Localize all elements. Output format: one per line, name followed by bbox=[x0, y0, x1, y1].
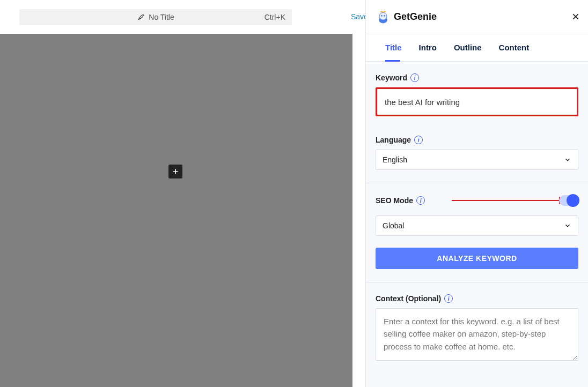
svg-point-3 bbox=[384, 15, 385, 17]
keyword-input-highlight bbox=[376, 87, 578, 116]
seo-mode-section: SEO Mode i Global ANALYZE KEYWORD bbox=[366, 183, 588, 282]
info-icon[interactable]: i bbox=[414, 136, 423, 144]
language-label: Language bbox=[376, 136, 411, 144]
getgenie-panel: GetGenie Title Intro Outline Content Key… bbox=[365, 0, 588, 387]
language-select[interactable]: English bbox=[376, 150, 578, 170]
panel-header: GetGenie bbox=[366, 0, 588, 34]
info-icon[interactable]: i bbox=[416, 196, 425, 205]
seo-mode-toggle[interactable] bbox=[559, 195, 578, 206]
seo-mode-row: SEO Mode i bbox=[376, 195, 578, 206]
seo-mode-label-row: SEO Mode i bbox=[376, 196, 425, 205]
context-label-row: Context (Optional) i bbox=[376, 294, 578, 303]
tab-title[interactable]: Title bbox=[385, 43, 402, 53]
language-selected: English bbox=[383, 155, 407, 164]
keyword-label-row: Keyword i bbox=[376, 73, 578, 82]
genie-logo-icon bbox=[376, 10, 391, 25]
keyboard-shortcut: Ctrl+K bbox=[264, 13, 285, 21]
region-selected: Global bbox=[383, 221, 404, 230]
context-label: Context (Optional) bbox=[376, 294, 441, 303]
title-placeholder: No Title bbox=[149, 13, 174, 21]
tab-content[interactable]: Content bbox=[499, 43, 530, 53]
language-label-row: Language i bbox=[376, 136, 578, 144]
brand-name: GetGenie bbox=[394, 11, 437, 23]
arrow-annotation bbox=[452, 200, 568, 201]
keyword-label: Keyword bbox=[376, 73, 407, 82]
analyze-keyword-button[interactable]: ANALYZE KEYWORD bbox=[376, 248, 578, 269]
chevron-down-icon bbox=[564, 222, 571, 229]
info-icon[interactable]: i bbox=[410, 73, 419, 82]
svg-point-2 bbox=[381, 15, 383, 17]
editor-canvas[interactable] bbox=[0, 34, 352, 387]
add-block-button[interactable] bbox=[168, 165, 182, 178]
keyword-language-section: Keyword i Language i English bbox=[366, 62, 588, 183]
tab-outline[interactable]: Outline bbox=[454, 43, 482, 53]
close-button[interactable] bbox=[571, 12, 580, 21]
feather-icon bbox=[137, 13, 144, 21]
keyword-input[interactable] bbox=[377, 89, 577, 115]
toggle-knob bbox=[567, 194, 579, 207]
tabs: Title Intro Outline Content bbox=[366, 34, 588, 62]
panel-body: Keyword i Language i English bbox=[366, 62, 588, 387]
brand: GetGenie bbox=[376, 10, 437, 25]
editor-area: No Title Ctrl+K Save bbox=[0, 0, 365, 387]
title-center: No Title bbox=[137, 13, 174, 21]
tab-intro[interactable]: Intro bbox=[419, 43, 437, 53]
chevron-down-icon bbox=[564, 156, 571, 163]
title-bar[interactable]: No Title Ctrl+K bbox=[19, 9, 292, 25]
seo-mode-label: SEO Mode bbox=[376, 196, 413, 205]
context-textarea[interactable] bbox=[376, 308, 578, 361]
region-select[interactable]: Global bbox=[376, 215, 578, 236]
context-section: Context (Optional) i bbox=[366, 282, 588, 376]
svg-point-1 bbox=[379, 12, 387, 20]
info-icon[interactable]: i bbox=[444, 294, 453, 303]
